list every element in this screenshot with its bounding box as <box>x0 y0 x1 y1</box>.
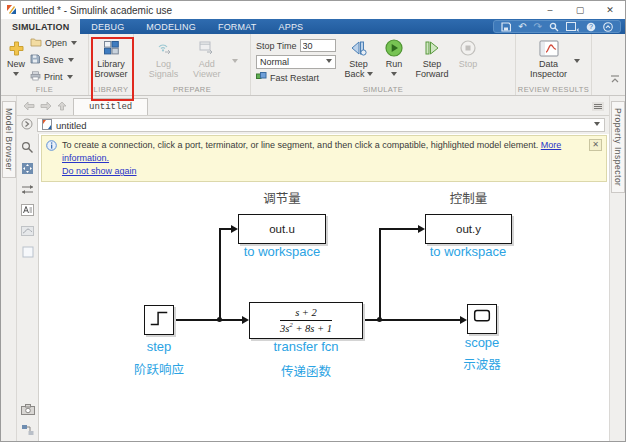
model-canvas[interactable]: To create a connection, click a port, te… <box>39 134 609 441</box>
transfer-fcn-block-name[interactable]: transfer fcn <box>246 339 366 354</box>
annotation-step-caption[interactable]: 阶跃响应 <box>109 359 209 378</box>
annotation-outy-title[interactable]: 控制量 <box>425 188 512 207</box>
model-data-icon[interactable] <box>20 423 36 437</box>
annotation-outu-caption[interactable]: to workspace <box>206 244 358 259</box>
fit-to-view-icon[interactable] <box>20 161 36 175</box>
library-browser-icon <box>104 39 119 57</box>
step-back-button[interactable]: Step Back <box>340 37 377 82</box>
tab-modeling[interactable]: MODELING <box>135 19 207 34</box>
quick-access-toolbar: ↶ ↷ ? <box>493 20 621 33</box>
up-icon[interactable] <box>57 97 67 115</box>
property-inspector-tab[interactable]: Property Inspector <box>611 101 625 193</box>
back-icon[interactable] <box>23 97 35 115</box>
add-viewer-label-1: Add <box>199 59 215 69</box>
step-forward-button[interactable]: Step Forward <box>411 37 453 82</box>
wire-branch-to-outy[interactable] <box>379 228 381 320</box>
ribbon: New Open Save Print <box>1 34 625 96</box>
open-button[interactable]: Open <box>30 37 77 49</box>
wire-into-outy[interactable] <box>379 228 418 230</box>
transfer-fcn-block[interactable]: s + 2 3s2 + 8s + 1 <box>249 302 363 339</box>
select-area-icon[interactable] <box>20 245 36 259</box>
help-icon[interactable]: ? <box>586 22 596 32</box>
maximize-button[interactable]: ▢ <box>565 1 595 19</box>
sim-mode-select[interactable]: Normal <box>256 55 336 69</box>
scope-block-name[interactable]: scope <box>432 335 532 350</box>
do-not-show-again-link[interactable]: Do not show again <box>62 166 137 176</box>
zoom-icon[interactable] <box>20 140 36 154</box>
minimize-button[interactable]: – <box>535 1 565 19</box>
save-icon[interactable] <box>501 22 511 32</box>
simulate-group: Stop Time Normal Fast Restart Step Back <box>251 34 516 95</box>
run-button[interactable]: Run <box>377 37 411 81</box>
transfer-denominator: 3s <box>280 323 289 334</box>
search-icon[interactable] <box>549 22 559 32</box>
screenshot-icon[interactable] <box>566 22 579 32</box>
tab-debug[interactable]: DEBUG <box>80 19 135 34</box>
annotation-icon[interactable] <box>20 203 36 217</box>
tab-apps[interactable]: APPS <box>267 19 314 34</box>
annotation-outu-title[interactable]: 调节量 <box>238 188 326 207</box>
add-viewer-label-2: Viewer <box>193 69 220 79</box>
prepare-gallery-caret[interactable] <box>232 59 238 66</box>
run-label: Run <box>386 59 403 69</box>
stop-time-input[interactable] <box>300 39 336 52</box>
info-icon <box>46 140 57 178</box>
undo-icon[interactable]: ↶ <box>518 22 526 32</box>
open-dropdown-caret[interactable] <box>71 41 77 48</box>
minimize-ribbon-icon[interactable] <box>603 22 613 32</box>
step-back-label-2: Back <box>344 69 364 79</box>
library-browser-button[interactable]: Library Browser <box>92 37 131 82</box>
print-icon <box>30 71 41 83</box>
save-label: Save <box>43 55 64 65</box>
data-inspector-button[interactable]: Data Inspector <box>527 37 570 82</box>
collapse-ribbon-icon[interactable] <box>610 69 620 87</box>
run-caret <box>391 72 397 79</box>
annotation-outy-caption[interactable]: to workspace <box>392 244 544 259</box>
out-y-block[interactable]: out.y <box>425 214 512 244</box>
wire-step-to-transfer[interactable] <box>174 319 244 321</box>
annotation-transfer-caption[interactable]: 传递函数 <box>246 361 366 380</box>
new-button[interactable]: New <box>4 37 28 81</box>
save-button[interactable]: Save <box>30 54 77 66</box>
data-inspector-caret[interactable] <box>574 59 580 66</box>
wire-branch-to-outu[interactable] <box>219 228 221 320</box>
out-u-block[interactable]: out.u <box>238 214 326 244</box>
log-signals-button[interactable]: Log Signals <box>146 37 182 82</box>
print-dropdown-caret[interactable] <box>67 75 73 82</box>
breadcrumb-field[interactable]: untitled <box>37 118 605 132</box>
document-tab-bar: untitled <box>17 96 609 116</box>
fast-restart-toggle[interactable]: Fast Restart <box>256 72 336 83</box>
adjust-signals-icon[interactable] <box>20 182 36 196</box>
annotation-scope-caption[interactable]: 示波器 <box>432 354 532 373</box>
prepare-section-label: PREPARE <box>134 85 250 94</box>
scope-block[interactable] <box>467 304 497 334</box>
save-dropdown-caret[interactable] <box>68 58 74 65</box>
print-button[interactable]: Print <box>30 71 77 83</box>
step-block-name[interactable]: step <box>109 339 209 354</box>
model-tab-untitled[interactable]: untitled <box>73 98 148 115</box>
log-signals-label-2: Signals <box>149 69 179 79</box>
step-block[interactable] <box>144 305 174 335</box>
stop-label: Stop <box>459 59 478 69</box>
forward-icon[interactable] <box>40 97 52 115</box>
library-group: Library Browser LIBRARY <box>89 34 134 95</box>
new-dropdown-caret[interactable] <box>13 72 19 79</box>
tab-format[interactable]: FORMAT <box>207 19 268 34</box>
hide-explorer-bar-icon[interactable] <box>21 116 33 134</box>
notification-close-button[interactable]: ✕ <box>589 139 602 151</box>
redo-icon[interactable]: ↷ <box>534 22 542 32</box>
add-viewer-button[interactable]: Add Viewer <box>190 37 223 82</box>
simulink-app-icon <box>6 1 17 19</box>
camera-icon[interactable] <box>20 402 36 416</box>
model-browser-tab[interactable]: Model Browser <box>2 101 16 178</box>
out-u-label: out.u <box>269 223 295 235</box>
breadcrumb-caret[interactable] <box>594 122 600 129</box>
stop-button[interactable]: Stop <box>453 37 483 71</box>
tab-simulation[interactable]: SIMULATION <box>1 19 80 34</box>
close-button[interactable]: ✕ <box>595 1 625 19</box>
tab-list-menu-icon[interactable] <box>592 97 604 115</box>
svg-text:?: ? <box>589 23 593 30</box>
step-forward-icon <box>424 39 440 57</box>
viewmarks-icon[interactable] <box>20 224 36 238</box>
breadcrumb-model-name: untitled <box>56 120 590 131</box>
